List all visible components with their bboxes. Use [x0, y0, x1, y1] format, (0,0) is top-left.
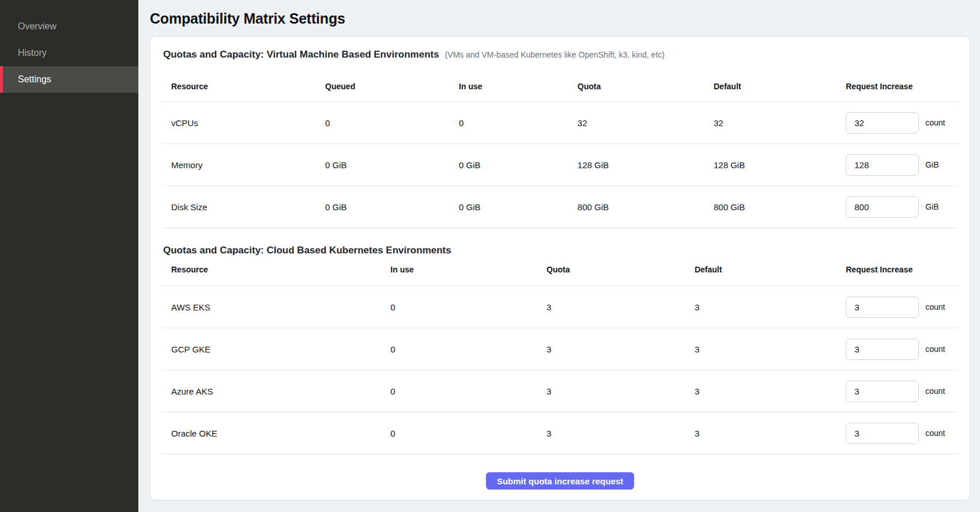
column-header-default: Default [714, 70, 846, 102]
in-use-cell: 0 [459, 102, 578, 144]
table-row-vcpus: vCPUs 0 0 32 32 count [162, 102, 958, 144]
column-header-request-increase: Request Increase [846, 70, 958, 102]
column-header-in-use: In use [390, 256, 546, 286]
table-row-aws-eks: AWS EKS 0 3 3 count [162, 286, 958, 328]
submit-quota-increase-button[interactable]: Submit quota increase request [486, 472, 634, 490]
k8s-section-heading: Quotas and Capacity: Cloud Based Kuberne… [163, 244, 958, 256]
default-cell: 3 [695, 328, 846, 370]
unit-label: count [925, 118, 945, 127]
table-row-oracle-oke: Oracle OKE 0 3 3 count [162, 412, 958, 454]
resource-cell: Oracle OKE [162, 412, 390, 454]
request-increase-input[interactable] [846, 381, 919, 402]
vm-table-header-row: Resource Queued In use Quota Default Req… [162, 70, 958, 102]
column-header-quota: Quota [546, 256, 695, 286]
quota-cell: 32 [578, 102, 714, 144]
k8s-section-title: Quotas and Capacity: Cloud Based Kuberne… [163, 244, 451, 256]
queued-cell: 0 GiB [325, 144, 459, 186]
vm-section-heading: Quotas and Capacity: Virtual Machine Bas… [163, 48, 958, 61]
quota-cell: 128 GiB [578, 144, 714, 186]
resource-cell: vCPUs [162, 102, 325, 144]
k8s-quota-table: Resource In use Quota Default Request In… [162, 256, 958, 454]
queued-cell: 0 [325, 102, 459, 144]
vm-quota-table: Resource Queued In use Quota Default Req… [162, 70, 958, 228]
quota-cell: 3 [546, 286, 695, 328]
default-cell: 32 [714, 102, 846, 144]
unit-label: count [925, 302, 945, 312]
unit-label: GiB [925, 202, 938, 211]
column-header-default: Default [695, 256, 846, 286]
request-increase-input[interactable] [846, 339, 919, 360]
column-header-resource: Resource [162, 70, 325, 102]
quota-cell: 3 [546, 370, 695, 412]
resource-cell: Disk Size [162, 186, 325, 228]
sidebar-item-settings[interactable]: Settings [0, 66, 138, 93]
column-header-in-use: In use [459, 70, 578, 102]
queued-cell: 0 GiB [325, 186, 459, 228]
unit-label: count [925, 428, 945, 438]
request-increase-cell: count [846, 102, 958, 144]
table-row-azure-aks: Azure AKS 0 3 3 count [162, 370, 958, 412]
column-header-quota: Quota [578, 70, 714, 102]
default-cell: 800 GiB [714, 186, 846, 228]
sidebar-item-overview[interactable]: Overview [0, 13, 138, 40]
request-increase-cell: GiB [846, 144, 958, 186]
quota-settings-card: Quotas and Capacity: Virtual Machine Bas… [150, 36, 970, 500]
default-cell: 3 [695, 286, 846, 328]
vm-section-subtitle: (VMs and VM-based Kubernetes like OpenSh… [445, 49, 665, 61]
resource-cell: Azure AKS [162, 370, 390, 412]
resource-cell: AWS EKS [162, 286, 390, 328]
submit-row: Submit quota increase request [162, 454, 958, 490]
default-cell: 128 GiB [714, 144, 846, 186]
request-increase-input[interactable] [846, 196, 919, 218]
request-increase-cell: count [846, 370, 958, 412]
in-use-cell: 0 [390, 370, 546, 412]
unit-label: count [925, 344, 945, 354]
request-increase-input[interactable] [846, 297, 919, 318]
unit-label: GiB [925, 160, 938, 169]
in-use-cell: 0 GiB [459, 186, 578, 228]
request-increase-input[interactable] [846, 112, 919, 134]
default-cell: 3 [695, 412, 846, 454]
resource-cell: GCP GKE [162, 328, 390, 370]
page-title: Compatibility Matrix Settings [150, 10, 970, 27]
in-use-cell: 0 [390, 412, 546, 454]
resource-cell: Memory [162, 144, 325, 186]
sidebar-item-history[interactable]: History [0, 40, 138, 66]
sidebar: Overview History Settings [0, 0, 138, 512]
column-header-resource: Resource [162, 256, 390, 286]
in-use-cell: 0 GiB [459, 144, 578, 186]
in-use-cell: 0 [390, 328, 546, 370]
quota-cell: 3 [546, 412, 695, 454]
request-increase-cell: count [846, 328, 958, 370]
column-header-request-increase: Request Increase [846, 256, 958, 286]
k8s-table-header-row: Resource In use Quota Default Request In… [162, 256, 958, 286]
vm-section-title: Quotas and Capacity: Virtual Machine Bas… [163, 48, 439, 60]
request-increase-cell: count [846, 412, 958, 454]
column-header-queued: Queued [325, 70, 459, 102]
main-content: Compatibility Matrix Settings Quotas and… [138, 0, 980, 512]
request-increase-cell: count [846, 286, 958, 328]
table-row-gcp-gke: GCP GKE 0 3 3 count [162, 328, 958, 370]
table-row-disk-size: Disk Size 0 GiB 0 GiB 800 GiB 800 GiB Gi… [162, 186, 958, 228]
table-row-memory: Memory 0 GiB 0 GiB 128 GiB 128 GiB GiB [162, 144, 958, 186]
unit-label: count [925, 386, 945, 396]
request-increase-input[interactable] [846, 423, 919, 444]
default-cell: 3 [695, 370, 846, 412]
in-use-cell: 0 [390, 286, 546, 328]
request-increase-cell: GiB [846, 186, 958, 228]
quota-cell: 3 [546, 328, 695, 370]
request-increase-input[interactable] [846, 154, 919, 176]
quota-cell: 800 GiB [578, 186, 714, 228]
